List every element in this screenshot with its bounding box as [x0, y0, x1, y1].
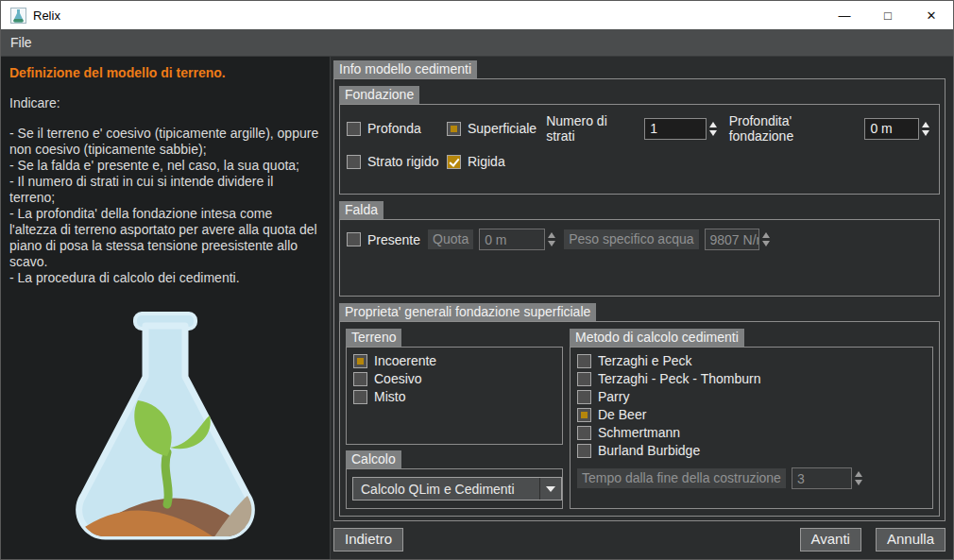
profondita-label: Profondita' fondazione: [729, 113, 860, 144]
falda-title: Falda: [339, 201, 383, 219]
schmertmann-checkbox-icon[interactable]: [577, 426, 591, 440]
tempo-label: Tempo dalla fine della costruzione: [577, 468, 786, 488]
peso-specifico-spinbox: 9807 N/r: [705, 229, 759, 250]
menu-bar: File: [1, 29, 953, 57]
terreno-section: Terreno Incoerente: [346, 329, 563, 445]
back-button[interactable]: Indietro: [333, 528, 403, 552]
peso-specifico-spin-arrows: [759, 232, 773, 246]
terzaghi-peck-label: Terzaghi e Peck: [598, 353, 692, 368]
fondazione-title: Fondazione: [339, 86, 419, 104]
close-button[interactable]: ✕: [910, 1, 953, 29]
checkbox-misto[interactable]: Misto: [353, 389, 555, 404]
instruction-line: - Se la falda e' presente e, nel caso, l…: [9, 158, 321, 174]
terzaghi-peck-thomburn-label: Terzaghi - Peck - Thomburn: [598, 371, 760, 386]
calcolo-selected-value: Calcolo QLim e Cedimenti: [353, 482, 539, 497]
page-title: Definizione del modello di terreno.: [9, 65, 321, 80]
numero-strati-label: Numero di strati: [546, 113, 639, 144]
terzaghi-peck-checkbox-icon[interactable]: [577, 354, 591, 368]
checkbox-profonda[interactable]: Profonda: [347, 121, 447, 136]
menu-file[interactable]: File: [1, 31, 42, 54]
flask-illustration: [47, 309, 283, 550]
misto-checkbox-icon[interactable]: [353, 390, 367, 404]
checkbox-coesivo[interactable]: Coesivo: [353, 371, 555, 386]
quota-spinbox: 0 m: [479, 229, 545, 250]
strato-rigido-checkbox-icon[interactable]: [347, 155, 361, 169]
superficiale-checkbox-icon[interactable]: [447, 122, 461, 136]
terreno-title: Terreno: [346, 329, 401, 347]
strato-rigido-label: Strato rigido: [367, 154, 438, 169]
checkbox-schmertmann[interactable]: Schmertmann: [577, 425, 926, 440]
window-title: Relix: [33, 8, 823, 23]
checkbox-burland-burbidge[interactable]: Burland Burbidge: [577, 443, 926, 458]
de-beer-checkbox-icon[interactable]: [577, 408, 591, 422]
peso-specifico-label: Peso specifico acqua: [564, 229, 698, 249]
parry-checkbox-icon[interactable]: [577, 390, 591, 404]
info-group-box: Fondazione Profonda Superficiale Num: [333, 78, 945, 521]
cancel-button[interactable]: Annulla: [876, 528, 945, 552]
presente-checkbox-icon[interactable]: [347, 232, 361, 246]
fondazione-box: Profonda Superficiale Numero di strati 1…: [339, 104, 940, 195]
calcolo-combobox[interactable]: Calcolo QLim e Cedimenti: [352, 477, 562, 501]
main-content: Definizione del modello di terreno. Indi…: [1, 57, 953, 559]
numero-strati-spin-arrows[interactable]: [707, 122, 720, 136]
rigida-checkbox-icon[interactable]: [447, 155, 461, 169]
checkbox-de-beer[interactable]: De Beer: [577, 407, 926, 422]
profondita-spin-arrows[interactable]: [919, 122, 932, 136]
parry-label: Parry: [598, 389, 629, 404]
quota-spin-arrows: [545, 232, 558, 246]
minimize-button[interactable]: —: [823, 1, 866, 29]
proprieta-section: Proprieta' generali fondazione superfici…: [339, 303, 940, 518]
checkbox-incoerente[interactable]: Incoerente: [353, 353, 555, 368]
proprieta-title: Proprieta' generali fondazione superfici…: [339, 303, 596, 321]
maximize-button[interactable]: □: [866, 1, 910, 29]
settings-panel: Info modello cedimenti Fondazione Profon…: [331, 57, 953, 559]
fondazione-section: Fondazione Profonda Superficiale Num: [339, 86, 940, 195]
tempo-spinbox: 3: [792, 467, 852, 489]
wizard-footer: Indietro Avanti Annulla: [333, 523, 945, 555]
burland-burbidge-label: Burland Burbidge: [598, 443, 700, 458]
numero-strati-spinbox[interactable]: 1: [644, 118, 707, 140]
title-bar: Relix — □ ✕: [1, 1, 953, 29]
metodo-box: Terzaghi e Peck Terzaghi - Peck - Thombu…: [570, 347, 933, 509]
burland-burbidge-checkbox-icon[interactable]: [577, 444, 591, 458]
schmertmann-label: Schmertmann: [598, 425, 680, 440]
checkbox-superficiale[interactable]: Superficiale: [447, 121, 537, 136]
intro-text: Indicare:: [9, 95, 321, 110]
de-beer-label: De Beer: [598, 407, 646, 422]
coesivo-label: Coesivo: [374, 371, 422, 386]
calcolo-box: Calcolo QLim e Cedimenti: [346, 468, 563, 509]
calcolo-section: Calcolo Calcolo QLim e Cedimenti: [346, 450, 563, 509]
terzaghi-peck-thomburn-checkbox-icon[interactable]: [577, 372, 591, 386]
checkbox-parry[interactable]: Parry: [577, 389, 926, 404]
profonda-label: Profonda: [367, 121, 421, 136]
presente-label: Presente: [367, 232, 420, 247]
profondita-spinbox[interactable]: 0 m: [864, 118, 919, 140]
checkbox-rigida[interactable]: Rigida: [447, 154, 505, 169]
coesivo-checkbox-icon[interactable]: [353, 372, 367, 386]
instruction-line: - Se il terreno e' coesivo (tipicamente …: [9, 126, 321, 158]
profonda-checkbox-icon[interactable]: [347, 122, 361, 136]
instruction-line: - La procedura di calcolo dei cedimenti.: [9, 270, 321, 286]
misto-label: Misto: [374, 389, 405, 404]
instruction-panel: Definizione del modello di terreno. Indi…: [1, 57, 331, 559]
falda-section: Falda Presente Quota 0 m Peso specifico …: [339, 201, 940, 297]
incoerente-checkbox-icon[interactable]: [353, 354, 367, 368]
next-button[interactable]: Avanti: [800, 528, 861, 552]
instruction-line: - La profondita' della fondazione intesa…: [9, 206, 321, 270]
checkbox-presente[interactable]: Presente: [347, 232, 420, 247]
checkbox-terzaghi-peck-thomburn[interactable]: Terzaghi - Peck - Thomburn: [577, 371, 926, 386]
calcolo-title: Calcolo: [346, 450, 401, 468]
app-window: Relix — □ ✕ File Definizione del modello…: [0, 0, 954, 560]
falda-box: Presente Quota 0 m Peso specifico acqua …: [339, 219, 940, 297]
rigida-label: Rigida: [468, 154, 505, 169]
checkbox-strato-rigido[interactable]: Strato rigido: [347, 154, 447, 169]
tempo-spin-arrows: [852, 471, 865, 485]
app-icon: [10, 8, 26, 24]
proprieta-box: Terreno Incoerente: [339, 321, 940, 517]
terreno-box: Incoerente Coesivo Misto: [346, 347, 563, 445]
combobox-dropdown-icon[interactable]: [539, 478, 561, 500]
incoerente-label: Incoerente: [374, 353, 436, 368]
superficiale-label: Superficiale: [468, 121, 537, 136]
instruction-line: - Il numero di strati in cui si intende …: [9, 174, 321, 206]
checkbox-terzaghi-peck[interactable]: Terzaghi e Peck: [577, 353, 926, 368]
